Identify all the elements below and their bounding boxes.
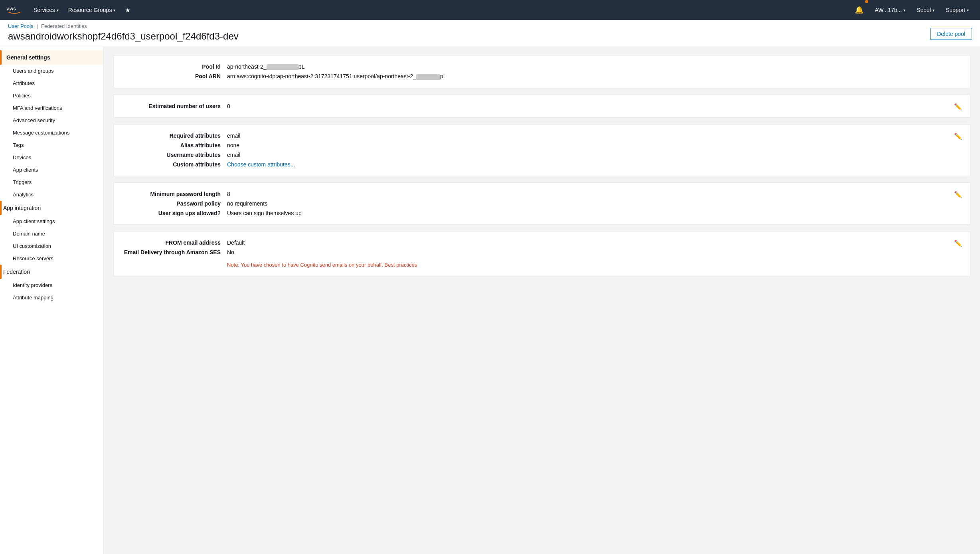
- sidebar-item-federation[interactable]: Federation: [0, 265, 103, 279]
- pool-arn-value: arn:aws:cognito-idp:ap-northeast-2:31723…: [227, 73, 447, 79]
- bookmarks-nav[interactable]: ★: [120, 0, 135, 20]
- sidebar-sub-item-ui-customization[interactable]: UI customization: [0, 240, 103, 252]
- custom-attributes-link[interactable]: Choose custom attributes...: [227, 161, 295, 168]
- pool-info-card: Pool Id ap-northeast-2_pL Pool ARN arn:a…: [113, 55, 970, 88]
- breadcrumb-bar: User Pools | Federated Identities awsand…: [0, 20, 980, 47]
- user-pools-link[interactable]: User Pools: [8, 23, 34, 29]
- email-delivery-row: Email Delivery through Amazon SES No: [123, 249, 960, 255]
- sidebar-sub-item-tags[interactable]: Tags: [0, 139, 103, 151]
- pool-id-value: ap-northeast-2_pL: [227, 63, 304, 70]
- user-sign-ups-row: User sign ups allowed? Users can sign th…: [123, 210, 960, 216]
- user-sign-ups-label: User sign ups allowed?: [123, 210, 227, 216]
- required-attributes-label: Required attributes: [123, 133, 227, 139]
- sidebar-sub-item-analytics[interactable]: Analytics: [0, 188, 103, 201]
- sidebar-sub-item-devices[interactable]: Devices: [0, 151, 103, 164]
- sidebar-sub-item-advanced-security[interactable]: Advanced security: [0, 114, 103, 127]
- sidebar-sub-item-mfa-and-verifications[interactable]: MFA and verifications: [0, 102, 103, 114]
- sidebar-item-general-settings[interactable]: General settings: [0, 50, 103, 65]
- policies-card: ✏️ Minimum password length 8 Password po…: [113, 182, 970, 225]
- support-chevron-icon: ▾: [967, 8, 969, 12]
- account-nav[interactable]: AW...17b... ▾: [870, 0, 910, 20]
- username-attributes-label: Username attributes: [123, 152, 227, 158]
- main-layout: General settings Users and groupsAttribu…: [0, 47, 980, 554]
- password-policy-row: Password policy no requirements: [123, 200, 960, 207]
- notification-dot: [865, 0, 868, 3]
- from-email-row: FROM email address Default: [123, 239, 960, 246]
- services-chevron-icon: ▾: [57, 8, 59, 12]
- username-attributes-row: Username attributes email: [123, 152, 960, 158]
- required-attributes-value: email: [227, 133, 240, 139]
- pool-arn-redacted: [416, 74, 440, 80]
- alias-attributes-row: Alias attributes none: [123, 142, 960, 148]
- min-password-label: Minimum password length: [123, 191, 227, 197]
- pool-arn-row: Pool ARN arn:aws:cognito-idp:ap-northeas…: [123, 73, 960, 79]
- support-nav[interactable]: Support ▾: [941, 0, 974, 20]
- sidebar-sub-item-identity-providers[interactable]: Identity providers: [0, 279, 103, 291]
- app-integration-active-bar: [0, 201, 2, 215]
- breadcrumb: User Pools | Federated Identities: [8, 23, 239, 29]
- custom-attributes-row: Custom attributes Choose custom attribut…: [123, 161, 960, 168]
- alias-attributes-value: none: [227, 142, 239, 148]
- note-row: Note: You have chosen to have Cognito se…: [123, 259, 960, 268]
- users-edit-button[interactable]: ✏️: [952, 101, 964, 112]
- federated-identities-label: Federated Identities: [41, 23, 87, 29]
- sidebar-sub-item-attribute-mapping[interactable]: Attribute mapping: [0, 291, 103, 304]
- estimated-users-label: Estimated number of users: [123, 103, 227, 109]
- region-chevron-icon: ▾: [933, 8, 935, 12]
- sidebar: General settings Users and groupsAttribu…: [0, 47, 104, 554]
- attributes-edit-button[interactable]: ✏️: [952, 131, 964, 142]
- from-email-value: Default: [227, 239, 245, 246]
- sidebar-sub-item-app-clients[interactable]: App clients: [0, 164, 103, 176]
- account-chevron-icon: ▾: [903, 8, 905, 12]
- region-nav[interactable]: Seoul ▾: [912, 0, 939, 20]
- password-policy-label: Password policy: [123, 200, 227, 207]
- policies-edit-button[interactable]: ✏️: [952, 189, 964, 200]
- sidebar-label-app-integration: App integration: [3, 205, 41, 211]
- delete-pool-button[interactable]: Delete pool: [930, 28, 972, 40]
- federation-active-bar: [0, 265, 2, 279]
- resource-groups-chevron-icon: ▾: [113, 8, 115, 12]
- pool-arn-label: Pool ARN: [123, 73, 227, 79]
- pool-id-row: Pool Id ap-northeast-2_pL: [123, 63, 960, 70]
- active-bar: [0, 50, 2, 65]
- bell-icon: 🔔: [855, 6, 863, 14]
- alias-attributes-label: Alias attributes: [123, 142, 227, 148]
- sidebar-label-federation: Federation: [3, 269, 30, 275]
- min-password-value: 8: [227, 191, 230, 197]
- estimated-users-value: 0: [227, 103, 230, 109]
- services-nav[interactable]: Services ▾: [29, 0, 63, 20]
- sidebar-item-app-integration[interactable]: App integration: [0, 201, 103, 215]
- nav-right: 🔔 AW...17b... ▾ Seoul ▾ Support ▾: [850, 0, 974, 20]
- sidebar-sub-item-triggers[interactable]: Triggers: [0, 176, 103, 188]
- required-attributes-row: Required attributes email: [123, 133, 960, 139]
- email-delivery-label: Email Delivery through Amazon SES: [123, 249, 227, 255]
- email-edit-button[interactable]: ✏️: [952, 238, 964, 249]
- pool-id-label: Pool Id: [123, 63, 227, 70]
- top-nav: aws Services ▾ Resource Groups ▾ ★ 🔔 AW.…: [0, 0, 980, 20]
- breadcrumb-separator: |: [37, 23, 38, 29]
- resource-groups-nav[interactable]: Resource Groups ▾: [63, 0, 121, 20]
- aws-logo[interactable]: aws: [6, 4, 22, 16]
- sidebar-sub-item-attributes[interactable]: Attributes: [0, 77, 103, 89]
- sidebar-sub-item-domain-name[interactable]: Domain name: [0, 228, 103, 240]
- user-sign-ups-value: Users can sign themselves up: [227, 210, 302, 216]
- sidebar-sub-item-app-client-settings[interactable]: App client settings: [0, 215, 103, 228]
- sidebar-section-general: General settings Users and groupsAttribu…: [0, 50, 103, 201]
- sidebar-sub-item-resource-servers[interactable]: Resource servers: [0, 252, 103, 265]
- users-card: ✏️ Estimated number of users 0: [113, 95, 970, 118]
- username-attributes-value: email: [227, 152, 240, 158]
- sidebar-sub-item-message-customizations[interactable]: Message customizations: [0, 127, 103, 139]
- sidebar-section-app-integration: App integration App client settingsDomai…: [0, 201, 103, 265]
- bell-nav[interactable]: 🔔: [850, 0, 868, 20]
- sidebar-label-general-settings: General settings: [6, 54, 50, 61]
- pool-id-redacted: [267, 64, 298, 70]
- custom-attributes-label: Custom attributes: [123, 161, 227, 168]
- sidebar-sub-item-users-and-groups[interactable]: Users and groups: [0, 65, 103, 77]
- password-policy-value: no requirements: [227, 200, 267, 207]
- email-delivery-value: No: [227, 249, 234, 255]
- sidebar-sub-item-policies[interactable]: Policies: [0, 89, 103, 102]
- attributes-card: ✏️ Required attributes email Alias attri…: [113, 124, 970, 176]
- sidebar-section-federation: Federation Identity providersAttribute m…: [0, 265, 103, 304]
- estimated-users-row: Estimated number of users 0: [123, 103, 960, 109]
- page-title: awsandroidworkshopf24d6fd3_userpool_f24d…: [8, 31, 239, 47]
